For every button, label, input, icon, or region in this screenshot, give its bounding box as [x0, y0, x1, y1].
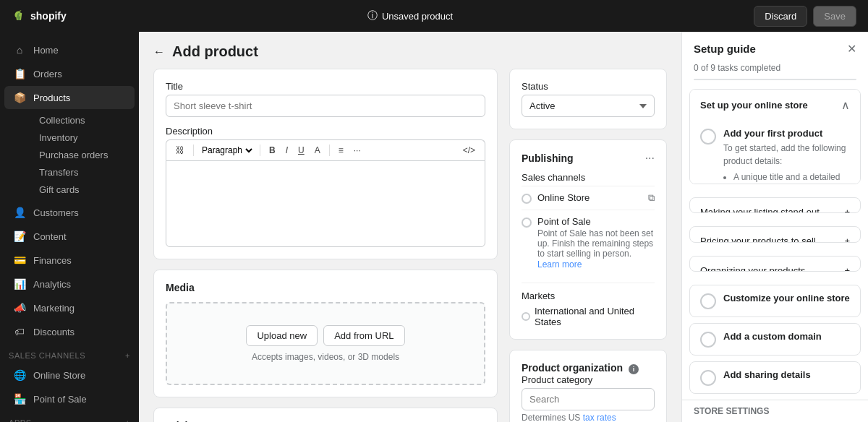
guide-section-3-expand-icon: +: [844, 236, 850, 242]
sidebar-item-purchase-orders[interactable]: Purchase orders: [30, 147, 135, 163]
shopify-logo: shopify: [12, 9, 67, 23]
sidebar-item-gift-cards[interactable]: Gift cards: [30, 181, 135, 198]
sidebar-sub-products: Collections Inventory Purchase orders Tr…: [0, 110, 139, 200]
setup-guide-progress-info: 0 of 9 tasks completed: [682, 60, 868, 79]
pos-radio[interactable]: [522, 218, 532, 228]
guide-section-4-header[interactable]: Organizing your products +: [690, 257, 860, 272]
tax-rates-link[interactable]: tax rates: [583, 413, 616, 422]
add-from-url-button[interactable]: Add from URL: [323, 325, 404, 346]
back-button[interactable]: ←: [153, 46, 165, 59]
sidebar-item-orders[interactable]: 📋 Orders: [4, 62, 135, 85]
store-settings-section: Store settings: [682, 400, 868, 422]
task-1-bullet-1: A unique title and a detailed descriptio…: [733, 172, 850, 184]
sidebar-item-finances[interactable]: 💳 Finances: [4, 249, 135, 272]
standalone-task-2-circle: [700, 332, 716, 348]
online-store-manage-icon[interactable]: ⧉: [648, 192, 655, 204]
title-input[interactable]: [166, 95, 485, 117]
upload-new-button[interactable]: Upload new: [246, 325, 318, 346]
title-label: Title: [166, 81, 485, 92]
task-1-circle: [700, 129, 716, 145]
media-hint: Accepts images, videos, or 3D models: [179, 352, 472, 362]
setup-guide-close-button[interactable]: ✕: [847, 42, 856, 56]
sidebar-item-collections[interactable]: Collections: [30, 112, 135, 129]
setup-guide-header: Setup guide ✕: [682, 32, 868, 60]
sidebar-item-analytics[interactable]: 📊 Analytics: [4, 272, 135, 296]
product-org-header: Product organization i: [522, 362, 655, 374]
sidebar-item-online-store[interactable]: 🌐 Online Store: [4, 363, 135, 387]
unsaved-icon: ⓘ: [367, 9, 378, 22]
pos-learn-more-link[interactable]: Learn more: [537, 259, 582, 270]
discounts-icon: 🏷: [13, 325, 26, 338]
sales-channels-label: Sales channels +: [0, 344, 139, 363]
category-search-input[interactable]: [522, 388, 655, 410]
guide-section-1-title: Set up your online store: [700, 100, 808, 111]
toolbar-sep-1: [193, 145, 194, 156]
toolbar-italic-btn[interactable]: I: [282, 143, 292, 158]
toolbar-underline-btn[interactable]: U: [294, 143, 308, 158]
toolbar-color-btn[interactable]: A: [311, 143, 324, 158]
sidebar-item-home[interactable]: ⌂ Home: [4, 38, 135, 61]
guide-section-3-header[interactable]: Pricing your products to sell +: [690, 227, 860, 242]
standalone-task-2-content: Add a custom domain: [723, 331, 850, 345]
right-column: Status Active Draft Publishing ··· Sales…: [509, 69, 667, 422]
discard-button[interactable]: Discard: [754, 6, 807, 27]
sidebar-item-discounts[interactable]: 🏷 Discounts: [4, 320, 135, 343]
sidebar-item-customers[interactable]: 👤 Customers: [4, 201, 135, 224]
guide-section-2: Making your listing stand out +: [689, 197, 861, 213]
sidebar-item-point-of-sale[interactable]: 🏪 Point of Sale: [4, 387, 135, 410]
expand-apps-icon[interactable]: +: [125, 418, 130, 422]
content-icon: 📝: [13, 230, 26, 243]
sidebar-item-marketing[interactable]: 📣 Marketing: [4, 296, 135, 319]
status-select[interactable]: Active Draft: [522, 95, 655, 117]
topbar-left: shopify: [12, 9, 67, 23]
toolbar-bold-btn[interactable]: B: [265, 143, 279, 158]
sidebar-item-transfers[interactable]: Transfers: [30, 164, 135, 181]
left-column: Title Description ⛓ Paragraph Heading 1 …: [153, 69, 498, 422]
expand-sales-channels-icon[interactable]: +: [125, 351, 130, 360]
product-org-info-icon[interactable]: i: [629, 364, 639, 374]
description-editor[interactable]: [166, 160, 485, 247]
apps-label: Apps +: [0, 411, 139, 422]
guide-section-4-title: Organizing your products: [700, 265, 805, 272]
markets-label: Markets: [522, 290, 655, 301]
product-org-card: Product organization i Product category …: [509, 350, 667, 422]
toolbar-more-btn[interactable]: ···: [350, 143, 365, 158]
orders-icon: 📋: [13, 67, 26, 80]
sidebar-item-products[interactable]: 📦 Products: [4, 86, 135, 109]
product-org-title: Product organization i: [522, 362, 655, 374]
online-store-radio[interactable]: [522, 194, 532, 204]
task-1-content: Add your first product To get started, a…: [723, 128, 850, 184]
category-search-wrap: [522, 388, 655, 410]
store-settings-label: Store settings: [694, 406, 856, 416]
guide-section-1-header[interactable]: Set up your online store ∧: [690, 90, 860, 121]
publishing-card-header: Publishing ···: [522, 152, 655, 165]
home-icon: ⌂: [13, 43, 26, 56]
sidebar: ⌂ Home 📋 Orders 📦 Products Collections I…: [0, 32, 139, 422]
toolbar-paragraph-select[interactable]: Paragraph Heading 1 Heading 2: [199, 145, 255, 156]
sidebar-item-inventory[interactable]: Inventory: [30, 129, 135, 146]
toolbar-code-btn[interactable]: </>: [459, 143, 479, 158]
description-label: Description: [166, 126, 485, 137]
guide-section-3: Pricing your products to sell +: [689, 226, 861, 242]
guide-section-1-content: Add your first product To get started, a…: [690, 121, 860, 184]
sidebar-item-content[interactable]: 📝 Content: [4, 225, 135, 248]
save-button[interactable]: Save: [813, 6, 856, 27]
products-icon: 📦: [13, 91, 26, 104]
toolbar-align-btn[interactable]: ≡: [335, 143, 347, 158]
publishing-more-button[interactable]: ···: [645, 152, 655, 165]
toolbar-sep-2: [260, 145, 260, 156]
toolbar-attachment-btn[interactable]: ⛓: [172, 143, 188, 158]
shopify-logo-text: shopify: [30, 10, 67, 22]
online-store-info: Online Store: [537, 192, 590, 203]
guide-section-3-title: Pricing your products to sell: [700, 236, 816, 242]
editor-toolbar: ⛓ Paragraph Heading 1 Heading 2 B I U A: [166, 139, 485, 160]
standalone-task-2: Add a custom domain: [689, 323, 861, 356]
publishing-card: Publishing ··· Sales channels Online Sto…: [509, 139, 667, 340]
media-title: Media: [166, 282, 485, 293]
unsaved-label: Unsaved product: [382, 11, 453, 22]
media-card: Media Upload new Add from URL Accepts im…: [153, 270, 498, 397]
guide-section-4: Organizing your products +: [689, 256, 861, 272]
topbar-actions: Discard Save: [754, 6, 856, 27]
market-radio[interactable]: [522, 312, 530, 321]
guide-section-2-header[interactable]: Making your listing stand out +: [690, 198, 860, 213]
